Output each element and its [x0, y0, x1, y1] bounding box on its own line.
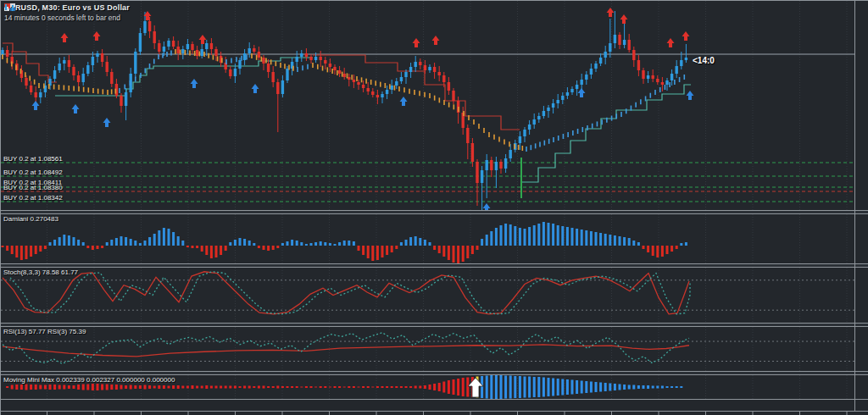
damiani-title: Damiani 0.270483	[3, 215, 58, 223]
damiani-indicator-canvas[interactable]	[1, 214, 868, 263]
buy-order-label: BUY 0.2 at 1.08492	[3, 169, 63, 176]
chart-header: EURUSD, M30: Euro vs US Dollar	[4, 3, 130, 12]
symbol-title: EURUSD, M30: Euro vs US Dollar	[4, 3, 130, 12]
grid-lines	[47, 1, 848, 210]
grid-lines	[47, 214, 848, 263]
buy-order-label: BUY 0.2 at 1.08380	[3, 184, 63, 191]
time-axis[interactable]	[1, 400, 868, 415]
stoch-level-lines	[1, 280, 854, 310]
time-axis-ticks	[47, 412, 848, 415]
price-axis-border	[854, 1, 855, 411]
trailing-stop-up-line[interactable]	[55, 58, 691, 182]
stochastic-title: Stoch(8,3,3) 78.58 61.77	[3, 268, 78, 276]
damiani-histogram	[2, 222, 687, 263]
price-marker-label: <14:0	[693, 56, 715, 65]
candlestick-series	[1, 11, 687, 210]
minmax-title: Moving Mini Max 0.002339 0.002327 0.0000…	[3, 376, 175, 384]
bar-countdown: 14 minutes 0 seconds left to bar end	[4, 14, 120, 22]
stoch-main-line	[3, 272, 689, 314]
rsi-level-lines	[1, 341, 854, 362]
ma-ribbon	[3, 49, 684, 152]
candlestick-chart-icon	[4, 3, 15, 11]
mt4-chart-window: EURUSD, M30: Euro vs US Dollar 14 minute…	[0, 0, 868, 415]
buy-order-label: BUY 0.2 at 1.08561	[3, 155, 63, 163]
rsi-title: RSI(13) 57.77 RSI(3) 75.39	[3, 328, 86, 335]
window-bottom-edge	[1, 411, 868, 412]
trailing-stop-down-line[interactable]	[3, 43, 520, 130]
stochastic-indicator-canvas[interactable]	[1, 268, 868, 323]
main-chart-canvas[interactable]	[1, 1, 868, 210]
order-level-lines[interactable]	[1, 163, 854, 202]
grid-lines	[47, 327, 848, 371]
buy-order-label: BUY 0.2 at 1.08342	[3, 194, 63, 202]
rsi-indicator-canvas[interactable]	[1, 327, 868, 371]
buy-signal-arrows[interactable]	[32, 79, 694, 210]
